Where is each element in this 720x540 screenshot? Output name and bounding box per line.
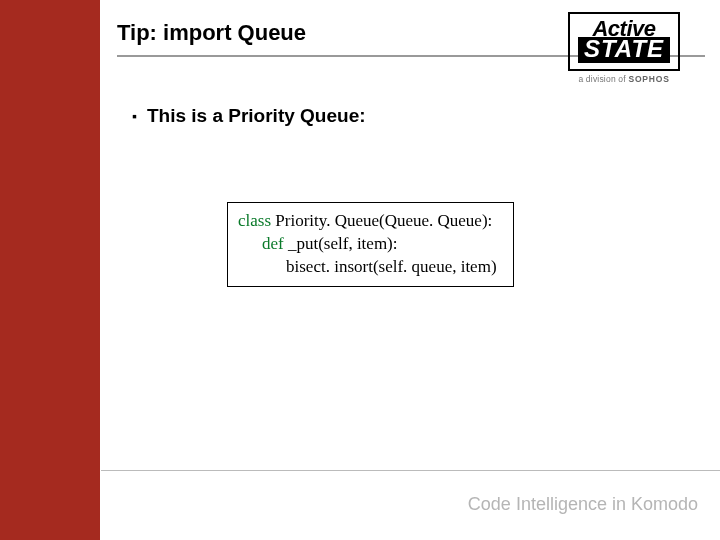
logo-caption-prefix: a division of <box>578 74 628 84</box>
code-class-sig: Priority. Queue(Queue. Queue): <box>271 211 492 230</box>
bullet-marker-icon: ▪ <box>132 108 137 124</box>
keyword-class: class <box>238 211 271 230</box>
code-def-sig: _put(self, item): <box>284 234 398 253</box>
keyword-def: def <box>262 234 284 253</box>
logo-caption: a division of SOPHOS <box>550 74 698 84</box>
code-line-3: bisect. insort(self. queue, item) <box>238 256 497 279</box>
slide: Tip: import Queue Active STATE a divisio… <box>0 0 720 540</box>
footer-text: Code Intelligence in Komodo <box>468 494 698 515</box>
logo-frame: Active STATE <box>568 12 680 71</box>
bullet-item: ▪ This is a Priority Queue: <box>132 105 682 127</box>
footer-divider <box>0 470 720 471</box>
code-line-2: def _put(self, item): <box>238 233 497 256</box>
logo-text-bottom: STATE <box>578 37 670 63</box>
content-area: ▪ This is a Priority Queue: class Priori… <box>132 105 682 287</box>
code-line-1: class Priority. Queue(Queue. Queue): <box>238 211 492 230</box>
code-block: class Priority. Queue(Queue. Queue): def… <box>227 202 514 287</box>
sidebar-accent <box>0 0 100 540</box>
brand-logo: Active STATE a division of SOPHOS <box>550 12 698 84</box>
bullet-text: This is a Priority Queue: <box>147 105 366 127</box>
logo-caption-brand: SOPHOS <box>628 74 669 84</box>
